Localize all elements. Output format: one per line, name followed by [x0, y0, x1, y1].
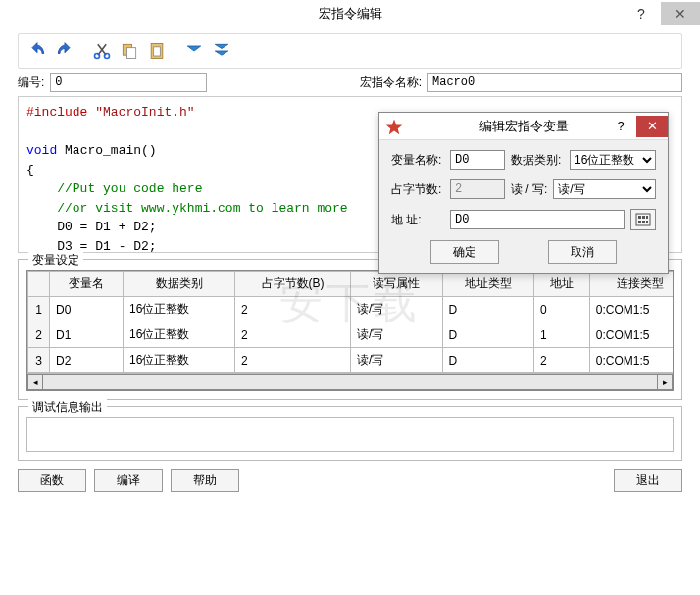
code-include-string: "MacroInit.h" [95, 105, 194, 120]
col-addr[interactable]: 地址 [534, 272, 590, 297]
svg-point-1 [105, 54, 110, 59]
dialog-titlebar: 编辑宏指令变量 ? ✕ [379, 113, 668, 140]
table-cell[interactable]: D1 [50, 322, 124, 348]
paste-button[interactable] [144, 38, 170, 64]
table-row[interactable]: 1D016位正整数2读/写D00:COM1:50 [28, 297, 674, 322]
svg-rect-12 [646, 221, 648, 223]
table-h-scrollbar[interactable]: ◂ ▸ [27, 373, 673, 390]
help-button[interactable]: 帮助 [171, 469, 239, 492]
table-cell[interactable]: 2 [235, 297, 351, 322]
bottom-buttons: 函数 编译 帮助 退出 [18, 469, 682, 492]
table-cell[interactable]: 0:COM1:5 [589, 297, 673, 322]
code-brace: { [26, 163, 34, 177]
variables-legend: 变量设定 [28, 252, 83, 269]
table-cell[interactable]: 2 [235, 348, 351, 373]
table-cell[interactable]: 1 [534, 322, 590, 348]
addr-input[interactable] [450, 210, 625, 229]
table-cell[interactable]: 读/写 [351, 322, 442, 348]
table-cell[interactable]: 0:COM1:5 [589, 322, 673, 348]
macro-name-input[interactable] [427, 73, 682, 92]
col-conn[interactable]: 连接类型 [589, 272, 673, 297]
dialog-app-icon [385, 118, 403, 135]
table-row[interactable]: 3D216位正整数2读/写D20:COM1:50 [28, 348, 674, 373]
table-cell[interactable]: D [442, 348, 533, 373]
addr-label: 地 址: [391, 212, 444, 228]
compile-button[interactable]: 编译 [94, 469, 163, 492]
svg-rect-3 [127, 48, 136, 59]
dialog-title: 编辑宏指令变量 [479, 118, 569, 135]
addr-browse-button[interactable] [630, 209, 656, 230]
table-cell[interactable]: 16位正整数 [124, 322, 235, 348]
svg-rect-8 [642, 216, 645, 219]
table-cell[interactable]: 读/写 [351, 348, 442, 373]
var-name-input[interactable] [450, 150, 505, 170]
window-help-button[interactable]: ? [622, 2, 661, 25]
scroll-right-icon[interactable]: ▸ [657, 374, 673, 390]
bytes-label: 占字节数: [391, 181, 444, 198]
data-type-select[interactable]: 16位正整数 [570, 150, 656, 170]
svg-rect-5 [154, 47, 161, 56]
row-number: 3 [28, 348, 50, 373]
svg-rect-9 [646, 216, 648, 219]
col-addr-type[interactable]: 地址类型 [442, 272, 533, 297]
window-close-button[interactable]: ✕ [661, 2, 700, 25]
collapse-button[interactable] [181, 38, 207, 64]
functions-button[interactable]: 函数 [18, 469, 86, 492]
table-cell[interactable]: 16位正整数 [124, 297, 235, 322]
code-void-keyword: void [26, 143, 57, 158]
redo-button[interactable] [52, 38, 77, 64]
col-bytes[interactable]: 占字节数(B) [235, 272, 351, 297]
code-include-keyword: #include [26, 105, 87, 120]
debug-output-section: 调试信息输出 [18, 406, 682, 461]
dialog-help-button[interactable]: ? [605, 116, 636, 137]
table-cell[interactable]: 0 [534, 297, 590, 322]
col-data-type[interactable]: 数据类别 [124, 272, 235, 297]
table-cell[interactable]: D [442, 322, 533, 348]
dialog-ok-button[interactable]: 确定 [430, 240, 499, 264]
dialog-close-button[interactable]: ✕ [636, 116, 668, 137]
code-line-2: D3 = D1 - D2; [57, 239, 156, 254]
table-cell[interactable]: 2 [534, 348, 590, 373]
exit-button[interactable]: 退出 [614, 469, 682, 492]
code-comment-1: //Put you code here [57, 181, 202, 196]
undo-button[interactable] [25, 38, 50, 64]
svg-rect-10 [638, 221, 641, 223]
debug-output-box[interactable] [26, 417, 674, 452]
table-cell[interactable]: D0 [50, 297, 124, 322]
table-cell[interactable]: 读/写 [351, 297, 442, 322]
table-row[interactable]: 2D116位正整数2读/写D10:COM1:50 [28, 322, 674, 348]
row-number: 2 [28, 322, 50, 348]
window-title: 宏指令编辑 [319, 5, 382, 23]
dialog-cancel-button[interactable]: 取消 [548, 240, 617, 264]
cut-button[interactable] [89, 38, 115, 64]
toolbar [18, 33, 682, 69]
svg-point-0 [95, 54, 100, 59]
code-function-name: Macro_main() [65, 143, 157, 158]
col-var-name[interactable]: 变量名 [50, 272, 124, 297]
row-number: 1 [28, 297, 50, 322]
table-header-row: 变量名 数据类别 占字节数(B) 读写属性 地址类型 地址 连接类型 PL [28, 272, 674, 297]
scroll-left-icon[interactable]: ◂ [27, 374, 43, 390]
table-cell[interactable]: 16位正整数 [124, 348, 235, 373]
bytes-input [450, 179, 505, 199]
svg-rect-11 [642, 221, 645, 223]
variables-section: 变量设定 变量名 数据类别 占字节数(B) 读写属性 地址类型 地址 连接类型 … [18, 259, 682, 400]
table-cell[interactable]: 0:COM1:5 [589, 348, 673, 373]
macro-number-input[interactable] [50, 73, 207, 92]
rw-label: 读 / 写: [511, 181, 547, 198]
col-rw[interactable]: 读写属性 [351, 272, 442, 297]
table-cell[interactable]: D [442, 297, 533, 322]
var-name-label: 变量名称: [391, 152, 444, 169]
rw-select[interactable]: 读/写 [553, 179, 656, 199]
table-cell[interactable]: D2 [50, 348, 124, 373]
copy-button[interactable] [117, 38, 142, 64]
variables-table[interactable]: 变量名 数据类别 占字节数(B) 读写属性 地址类型 地址 连接类型 PL 1D… [27, 271, 673, 373]
window-titlebar: 宏指令编辑 ? ✕ [0, 0, 700, 27]
collapse-all-button[interactable] [209, 38, 234, 64]
data-type-label: 数据类别: [511, 152, 564, 169]
macro-number-label: 编号: [18, 74, 44, 91]
table-cell[interactable]: 2 [235, 322, 351, 348]
macro-name-label: 宏指令名称: [360, 74, 422, 91]
scroll-track[interactable] [43, 374, 657, 390]
svg-rect-6 [636, 214, 650, 225]
